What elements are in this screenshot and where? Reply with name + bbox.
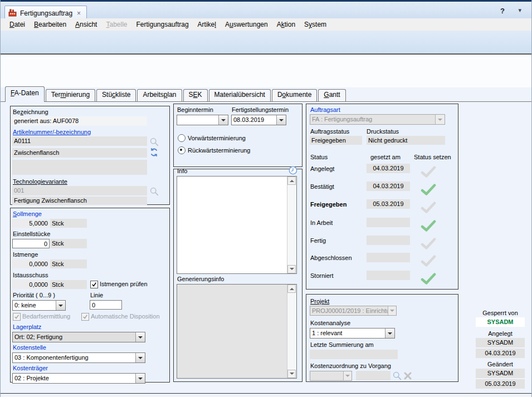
info-history-clock-icon[interactable] [288,165,298,175]
dropdown-button[interactable] [135,374,145,383]
prioritaet-label: Priorität ( 0...9 ) [13,292,55,299]
linie-label: Linie [90,292,103,299]
technologievariante-label[interactable]: Technologievariante [13,178,67,185]
menu-item-datei[interactable]: Datei [5,19,30,30]
istmengen-pruefen-checkbox[interactable] [90,281,98,288]
menu-item-fertigungsauftrag[interactable]: Fertigungsauftrag [132,19,193,30]
bezeichnung-label: Bezeichnung [13,109,48,116]
kostenzuordnung-dropdown-value [310,371,343,380]
istausschuss-value: 0,0000 [12,280,50,289]
kostenzuordnung-clear-icon [403,371,413,381]
kostenanalyse-dropdown[interactable]: 1 : relevant [310,328,395,339]
angelegt-label: Angelegt [476,330,525,337]
kostenanalyse-value: 1 : relevant [310,329,385,338]
bedarfsermittlung-label: Bedarfsermittlung [22,313,70,320]
auftragsstatus-label: Auftragsstatus [310,128,349,135]
status-set-check-bestatigt[interactable] [420,184,438,197]
tab-arbeitsplan[interactable]: Arbeitsplan [137,89,182,101]
scroll-down-button[interactable] [287,370,296,378]
beginntermin-label: Beginntermin [177,106,213,114]
beginntermin-dropdown[interactable] [177,115,228,125]
lagerplatz-dropdown[interactable]: Ort: 02; Fertigung [12,332,145,342]
kostenzuordnung-value [356,371,391,380]
vorwaertsterminierung-radio[interactable] [178,134,186,142]
dropdown-button[interactable] [385,329,394,338]
dropdown-button[interactable] [276,115,286,125]
dropdown-button [435,115,445,124]
kostentraeger-value: 02 : Projekte [13,374,135,383]
status-set-check-storniert[interactable] [420,273,438,286]
prioritaet-dropdown[interactable]: 0: keine [12,300,66,311]
rueckwaertsterminierung-radio[interactable] [178,146,186,154]
generierungsinfo-scrollbar[interactable] [287,285,296,378]
istmengen-pruefen-label: Istmengen prüfen [100,281,148,288]
technologievariante-name: Fertigung Zwischenflansch [12,197,147,205]
technologievariante-code: 001 [12,186,147,195]
projekt-value: PROJ00001/2019 : Einrichtu [310,306,388,315]
document-tab-bar: Fertigungsauftrag × ? ▾ [1,0,531,18]
status-set-check-abgeschlossen[interactable] [420,255,438,268]
vorwaertsterminierung-label: Vorwärtsterminierung [188,135,246,142]
angelegt-user: SYSADM [476,338,525,347]
kostentraeger-label: Kostenträger [13,365,48,372]
status-set-check-angelegt[interactable] [420,166,438,179]
help-icon[interactable]: ? [500,7,505,15]
einstellstuecke-unit: Stck [50,239,87,248]
status-date-freigegeben: 05.03.2019 [367,199,410,209]
automatische-disposition-checkbox [81,313,89,321]
menu-item-artikel[interactable]: Artikel [193,19,221,30]
istmenge-label: Istmenge [13,251,38,258]
rueckwaertsterminierung-label: Rückwärtsterminierung [188,147,250,154]
artikel-refresh-icon[interactable] [149,147,159,157]
status-setzen-column-header: Status setzen [414,154,451,161]
gesetzt-am-column-header: gesetzt am [370,154,401,161]
artikelnummer-link[interactable]: Artikelnummer/-bezeichnung [13,129,91,136]
info-scrollbar[interactable] [287,177,296,273]
menu-item-aktion[interactable]: Aktion [272,19,300,30]
projekt-label[interactable]: Projekt [310,298,329,305]
beginntermin-value [177,115,218,125]
kostenzuordnung-search-icon[interactable] [392,370,402,380]
menu-item-ansicht[interactable]: Ansicht [71,19,101,30]
fertigstellungstermin-dropdown[interactable]: 08.03.2019 [231,115,286,125]
status-label-freigegeben: Freigegeben [310,201,346,208]
scroll-up-button[interactable] [287,177,296,185]
einstellstuecke-label: Einstellstücke [13,231,50,238]
status-set-check-in-arbeit[interactable] [420,220,438,233]
dropdown-button[interactable] [135,353,145,362]
tab-fa-daten[interactable]: FA-Daten [5,86,45,102]
tab-terminierung[interactable]: Terminierung [46,89,95,101]
linie-input[interactable]: 0 [90,300,122,310]
tab-stuckliste[interactable]: Stückliste [96,89,136,101]
status-date-storniert [367,271,410,280]
scroll-down-button[interactable] [287,265,296,273]
kostentraeger-dropdown[interactable]: 02 : Projekte [12,373,145,384]
tab-dokumente[interactable]: Dokumente [272,89,317,101]
menu-item-bearbeiten[interactable]: Bearbeiten [30,19,71,30]
tab-sek[interactable]: SEK [183,89,208,101]
istmenge-unit: Stck [50,259,87,268]
status-set-check-freigegeben[interactable] [420,202,438,215]
auftragsart-label: Auftragsart [310,106,340,114]
status-label-in-arbeit: In Arbeit [310,219,333,227]
menu-item-system[interactable]: System [300,19,331,30]
scroll-up-button[interactable] [287,285,296,293]
artikel-search-icon[interactable] [149,136,159,146]
close-icon[interactable]: × [76,9,82,17]
dropdown-button[interactable] [218,115,228,125]
einstellstuecke-input[interactable]: 0 [12,239,50,248]
record-header: Nummer 1453 ID FA0199 zugeordnet zu Vorg… [1,55,531,87]
kostenstelle-dropdown[interactable]: 03 : Komponentenfertigung [12,352,145,363]
menu-item-auswertungen[interactable]: Auswertungen [221,19,272,30]
chevron-down-icon[interactable]: ▾ [518,7,521,14]
tab-gantt[interactable]: Gantt [318,89,345,101]
status-set-check-fertig[interactable] [420,238,438,251]
tab-materialubersicht[interactable]: Materialübersicht [209,89,271,101]
technologievariante-search-icon[interactable] [149,186,159,196]
kostenstelle-label: Kostenstelle [13,344,46,351]
dropdown-button[interactable] [56,301,65,310]
auftragsart-value: FA : Fertigungsauftrag [310,115,435,124]
status-date-fertig [367,236,410,245]
info-textarea[interactable] [177,176,297,274]
dropdown-button[interactable] [135,332,145,342]
